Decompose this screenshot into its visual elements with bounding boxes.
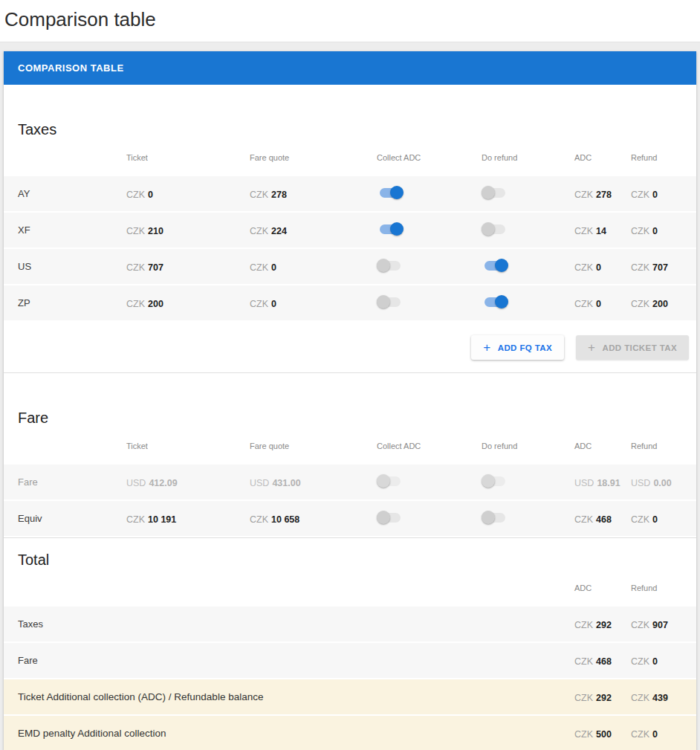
do-refund-cell — [482, 294, 574, 312]
toggle-thumb — [377, 295, 390, 308]
collect-adc-cell — [377, 258, 482, 276]
amount-value: 0 — [652, 729, 658, 740]
add-ticket-tax-button[interactable]: + ADD TICKET TAX — [576, 335, 689, 360]
amount-currency: CZK — [250, 226, 268, 236]
amount-currency: CZK — [631, 190, 649, 200]
do-refund-toggle[interactable] — [482, 222, 508, 236]
fare-quote-amount: CZK278 — [250, 187, 377, 201]
collect-adc-toggle[interactable] — [377, 294, 404, 309]
amount-value: 0 — [652, 514, 658, 525]
amount-currency: CZK — [574, 190, 593, 200]
total-column-headers: ADC Refund — [4, 569, 696, 607]
amount-currency: CZK — [574, 656, 593, 667]
do-refund-toggle[interactable] — [482, 258, 508, 273]
amount-currency: CZK — [574, 299, 593, 309]
plus-icon: + — [588, 341, 595, 354]
column-header-ticket: Ticket — [126, 153, 250, 162]
add-fq-tax-button[interactable]: + ADD FQ TAX — [471, 335, 564, 360]
fare-section: Fare Ticket Fare quote Collect ADC Do re… — [4, 408, 696, 536]
refund-amount: CZK200 — [631, 297, 689, 310]
collect-adc-toggle[interactable] — [377, 185, 404, 200]
amount-currency: CZK — [631, 693, 649, 703]
fare-quote-amount: CZK0 — [250, 260, 377, 274]
do-refund-cell — [482, 510, 574, 528]
column-header-fare-quote: Fare quote — [250, 153, 377, 162]
collect-adc-toggle[interactable] — [377, 510, 404, 525]
adc-amount: CZK278 — [574, 187, 631, 201]
amount-currency: CZK — [126, 514, 145, 525]
amount-value: 292 — [596, 693, 612, 703]
fare-quote-amount: CZK0 — [250, 297, 377, 310]
amount-value: 500 — [596, 729, 612, 740]
amount-value: 0 — [596, 262, 601, 273]
toggle-thumb — [377, 474, 390, 488]
do-refund-toggle[interactable] — [482, 510, 508, 525]
column-header-refund: Refund — [631, 153, 689, 162]
refund-amount: CZK0 — [631, 512, 689, 526]
column-header-do-refund: Do refund — [482, 153, 574, 162]
adc-amount: CZK0 — [574, 260, 631, 274]
add-fq-tax-label: ADD FQ TAX — [498, 343, 552, 352]
fare-row-label: Fare — [18, 476, 126, 488]
page-content: COMPARISON TABLE Taxes Ticket Fare quote… — [0, 42, 700, 750]
toggle-thumb — [482, 474, 495, 488]
page-title: Comparison table — [4, 6, 696, 33]
taxes-column-headers: Ticket Fare quote Collect ADC Do refund … — [4, 139, 696, 176]
adc-amount: CZK468 — [574, 654, 631, 667]
table-row-tax-xf: XF CZK210 CZK224 CZK14 CZK0 — [4, 213, 696, 248]
amount-currency: CZK — [574, 514, 593, 525]
panel-header-bar: COMPARISON TABLE — [4, 51, 696, 85]
amount-value: 0 — [271, 262, 276, 273]
plus-icon: + — [483, 341, 490, 354]
comparison-table-card: COMPARISON TABLE Taxes Ticket Fare quote… — [4, 51, 696, 750]
tax-code: XF — [18, 224, 126, 236]
amount-value: 707 — [148, 262, 163, 273]
collect-adc-toggle[interactable] — [377, 258, 404, 273]
amount-currency: CZK — [574, 693, 593, 703]
amount-value: 0 — [652, 190, 658, 200]
amount-currency: CZK — [250, 190, 268, 200]
amount-value: 14 — [596, 226, 606, 236]
tax-code: AY — [18, 188, 126, 199]
refund-amount: CZK707 — [631, 260, 689, 274]
fare-quote-amount: USD431.00 — [250, 476, 377, 489]
ticket-amount: CZK210 — [126, 224, 250, 237]
do-refund-toggle[interactable] — [482, 473, 508, 488]
amount-currency: CZK — [250, 262, 268, 273]
column-header-fare-quote: Fare quote — [250, 442, 377, 450]
column-header-refund: Refund — [631, 442, 689, 450]
toggle-thumb — [377, 511, 390, 524]
do-refund-toggle[interactable] — [482, 294, 508, 309]
column-header-refund: Refund — [631, 583, 689, 592]
total-row-label: Fare — [18, 655, 574, 666]
column-header-adc: ADC — [574, 442, 631, 450]
amount-currency: CZK — [250, 514, 268, 525]
do-refund-toggle[interactable] — [482, 185, 508, 200]
collect-adc-cell — [377, 294, 482, 312]
do-refund-cell — [482, 258, 574, 276]
toggle-thumb — [390, 222, 404, 236]
toggle-thumb — [495, 259, 508, 272]
table-row-tax-ay: AY CZK0 CZK278 CZK278 CZK0 — [4, 176, 696, 211]
table-row-tax-us: US CZK707 CZK0 CZK0 CZK707 — [4, 249, 696, 284]
amount-value: 468 — [596, 514, 612, 525]
amount-currency: USD — [574, 478, 594, 488]
amount-currency: CZK — [631, 262, 649, 273]
amount-value: 0 — [652, 226, 658, 236]
column-header-collect-adc: Collect ADC — [377, 442, 482, 450]
amount-currency: CZK — [631, 729, 649, 740]
do-refund-cell — [482, 473, 574, 491]
refund-amount: CZK907 — [631, 618, 689, 631]
amount-currency: CZK — [631, 620, 649, 630]
collect-adc-toggle[interactable] — [377, 473, 404, 488]
ticket-amount: CZK10 191 — [126, 512, 250, 526]
total-row-label: Taxes — [18, 618, 574, 630]
refund-amount: USD0.00 — [631, 476, 689, 489]
amount-value: 0.00 — [653, 478, 671, 488]
panel-title: COMPARISON TABLE — [18, 62, 124, 74]
amount-value: 468 — [596, 656, 612, 667]
refund-amount: CZK439 — [631, 691, 689, 704]
amount-value: 0 — [148, 190, 153, 200]
amount-value: 224 — [271, 226, 287, 236]
collect-adc-toggle[interactable] — [377, 222, 404, 236]
